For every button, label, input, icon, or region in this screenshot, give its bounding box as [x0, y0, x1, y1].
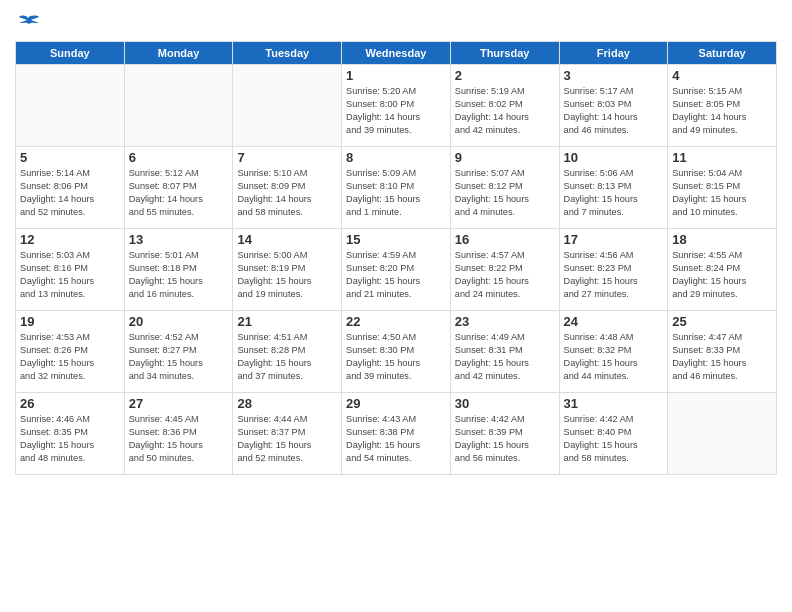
week-row-1: 1Sunrise: 5:20 AMSunset: 8:00 PMDaylight…	[16, 65, 777, 147]
calendar-cell: 15Sunrise: 4:59 AMSunset: 8:20 PMDayligh…	[342, 229, 451, 311]
day-info: Sunrise: 4:44 AMSunset: 8:37 PMDaylight:…	[237, 413, 337, 465]
day-number: 22	[346, 314, 446, 329]
calendar-cell: 3Sunrise: 5:17 AMSunset: 8:03 PMDaylight…	[559, 65, 668, 147]
header	[15, 10, 777, 33]
day-number: 10	[564, 150, 664, 165]
day-header-tuesday: Tuesday	[233, 42, 342, 65]
day-number: 6	[129, 150, 229, 165]
calendar-cell: 8Sunrise: 5:09 AMSunset: 8:10 PMDaylight…	[342, 147, 451, 229]
day-header-friday: Friday	[559, 42, 668, 65]
day-info: Sunrise: 4:43 AMSunset: 8:38 PMDaylight:…	[346, 413, 446, 465]
day-number: 27	[129, 396, 229, 411]
day-info: Sunrise: 5:20 AMSunset: 8:00 PMDaylight:…	[346, 85, 446, 137]
day-info: Sunrise: 5:17 AMSunset: 8:03 PMDaylight:…	[564, 85, 664, 137]
day-info: Sunrise: 4:42 AMSunset: 8:39 PMDaylight:…	[455, 413, 555, 465]
day-number: 29	[346, 396, 446, 411]
day-info: Sunrise: 5:12 AMSunset: 8:07 PMDaylight:…	[129, 167, 229, 219]
day-number: 30	[455, 396, 555, 411]
calendar-cell: 2Sunrise: 5:19 AMSunset: 8:02 PMDaylight…	[450, 65, 559, 147]
page: SundayMondayTuesdayWednesdayThursdayFrid…	[0, 0, 792, 612]
calendar-cell: 24Sunrise: 4:48 AMSunset: 8:32 PMDayligh…	[559, 311, 668, 393]
calendar-cell: 12Sunrise: 5:03 AMSunset: 8:16 PMDayligh…	[16, 229, 125, 311]
calendar-cell	[233, 65, 342, 147]
calendar-cell: 14Sunrise: 5:00 AMSunset: 8:19 PMDayligh…	[233, 229, 342, 311]
calendar-cell: 4Sunrise: 5:15 AMSunset: 8:05 PMDaylight…	[668, 65, 777, 147]
day-header-thursday: Thursday	[450, 42, 559, 65]
calendar-cell: 6Sunrise: 5:12 AMSunset: 8:07 PMDaylight…	[124, 147, 233, 229]
day-info: Sunrise: 5:15 AMSunset: 8:05 PMDaylight:…	[672, 85, 772, 137]
day-number: 15	[346, 232, 446, 247]
day-number: 7	[237, 150, 337, 165]
day-info: Sunrise: 5:19 AMSunset: 8:02 PMDaylight:…	[455, 85, 555, 137]
calendar-cell: 10Sunrise: 5:06 AMSunset: 8:13 PMDayligh…	[559, 147, 668, 229]
calendar-cell: 7Sunrise: 5:10 AMSunset: 8:09 PMDaylight…	[233, 147, 342, 229]
day-info: Sunrise: 5:09 AMSunset: 8:10 PMDaylight:…	[346, 167, 446, 219]
day-number: 13	[129, 232, 229, 247]
calendar-cell: 28Sunrise: 4:44 AMSunset: 8:37 PMDayligh…	[233, 393, 342, 475]
calendar-cell: 22Sunrise: 4:50 AMSunset: 8:30 PMDayligh…	[342, 311, 451, 393]
calendar-cell: 5Sunrise: 5:14 AMSunset: 8:06 PMDaylight…	[16, 147, 125, 229]
day-info: Sunrise: 5:00 AMSunset: 8:19 PMDaylight:…	[237, 249, 337, 301]
calendar-cell	[16, 65, 125, 147]
day-number: 28	[237, 396, 337, 411]
day-info: Sunrise: 4:55 AMSunset: 8:24 PMDaylight:…	[672, 249, 772, 301]
calendar-cell: 20Sunrise: 4:52 AMSunset: 8:27 PMDayligh…	[124, 311, 233, 393]
day-info: Sunrise: 4:50 AMSunset: 8:30 PMDaylight:…	[346, 331, 446, 383]
calendar-cell: 26Sunrise: 4:46 AMSunset: 8:35 PMDayligh…	[16, 393, 125, 475]
day-number: 3	[564, 68, 664, 83]
calendar-cell: 17Sunrise: 4:56 AMSunset: 8:23 PMDayligh…	[559, 229, 668, 311]
calendar-cell: 23Sunrise: 4:49 AMSunset: 8:31 PMDayligh…	[450, 311, 559, 393]
day-info: Sunrise: 5:04 AMSunset: 8:15 PMDaylight:…	[672, 167, 772, 219]
day-number: 26	[20, 396, 120, 411]
day-info: Sunrise: 5:14 AMSunset: 8:06 PMDaylight:…	[20, 167, 120, 219]
calendar-cell: 29Sunrise: 4:43 AMSunset: 8:38 PMDayligh…	[342, 393, 451, 475]
day-info: Sunrise: 4:56 AMSunset: 8:23 PMDaylight:…	[564, 249, 664, 301]
day-number: 17	[564, 232, 664, 247]
day-number: 1	[346, 68, 446, 83]
calendar-cell: 27Sunrise: 4:45 AMSunset: 8:36 PMDayligh…	[124, 393, 233, 475]
days-header-row: SundayMondayTuesdayWednesdayThursdayFrid…	[16, 42, 777, 65]
day-number: 12	[20, 232, 120, 247]
calendar-cell: 21Sunrise: 4:51 AMSunset: 8:28 PMDayligh…	[233, 311, 342, 393]
day-header-wednesday: Wednesday	[342, 42, 451, 65]
day-number: 20	[129, 314, 229, 329]
day-number: 23	[455, 314, 555, 329]
day-info: Sunrise: 4:42 AMSunset: 8:40 PMDaylight:…	[564, 413, 664, 465]
day-number: 19	[20, 314, 120, 329]
day-number: 25	[672, 314, 772, 329]
day-info: Sunrise: 4:51 AMSunset: 8:28 PMDaylight:…	[237, 331, 337, 383]
day-info: Sunrise: 4:57 AMSunset: 8:22 PMDaylight:…	[455, 249, 555, 301]
calendar-cell: 19Sunrise: 4:53 AMSunset: 8:26 PMDayligh…	[16, 311, 125, 393]
day-number: 5	[20, 150, 120, 165]
day-info: Sunrise: 4:53 AMSunset: 8:26 PMDaylight:…	[20, 331, 120, 383]
calendar-cell: 16Sunrise: 4:57 AMSunset: 8:22 PMDayligh…	[450, 229, 559, 311]
week-row-4: 19Sunrise: 4:53 AMSunset: 8:26 PMDayligh…	[16, 311, 777, 393]
calendar-cell	[668, 393, 777, 475]
day-info: Sunrise: 4:59 AMSunset: 8:20 PMDaylight:…	[346, 249, 446, 301]
calendar-cell	[124, 65, 233, 147]
day-number: 8	[346, 150, 446, 165]
day-number: 14	[237, 232, 337, 247]
day-info: Sunrise: 4:52 AMSunset: 8:27 PMDaylight:…	[129, 331, 229, 383]
day-info: Sunrise: 5:03 AMSunset: 8:16 PMDaylight:…	[20, 249, 120, 301]
calendar-cell: 31Sunrise: 4:42 AMSunset: 8:40 PMDayligh…	[559, 393, 668, 475]
day-number: 4	[672, 68, 772, 83]
day-info: Sunrise: 5:10 AMSunset: 8:09 PMDaylight:…	[237, 167, 337, 219]
day-info: Sunrise: 5:07 AMSunset: 8:12 PMDaylight:…	[455, 167, 555, 219]
calendar-body: 1Sunrise: 5:20 AMSunset: 8:00 PMDaylight…	[16, 65, 777, 475]
day-header-monday: Monday	[124, 42, 233, 65]
calendar-cell: 9Sunrise: 5:07 AMSunset: 8:12 PMDaylight…	[450, 147, 559, 229]
calendar-cell: 25Sunrise: 4:47 AMSunset: 8:33 PMDayligh…	[668, 311, 777, 393]
calendar-cell: 13Sunrise: 5:01 AMSunset: 8:18 PMDayligh…	[124, 229, 233, 311]
calendar-table: SundayMondayTuesdayWednesdayThursdayFrid…	[15, 41, 777, 475]
day-info: Sunrise: 5:01 AMSunset: 8:18 PMDaylight:…	[129, 249, 229, 301]
day-number: 21	[237, 314, 337, 329]
day-header-sunday: Sunday	[16, 42, 125, 65]
day-header-saturday: Saturday	[668, 42, 777, 65]
day-number: 31	[564, 396, 664, 411]
day-info: Sunrise: 4:46 AMSunset: 8:35 PMDaylight:…	[20, 413, 120, 465]
day-info: Sunrise: 4:45 AMSunset: 8:36 PMDaylight:…	[129, 413, 229, 465]
day-number: 9	[455, 150, 555, 165]
day-number: 11	[672, 150, 772, 165]
logo	[15, 10, 39, 33]
